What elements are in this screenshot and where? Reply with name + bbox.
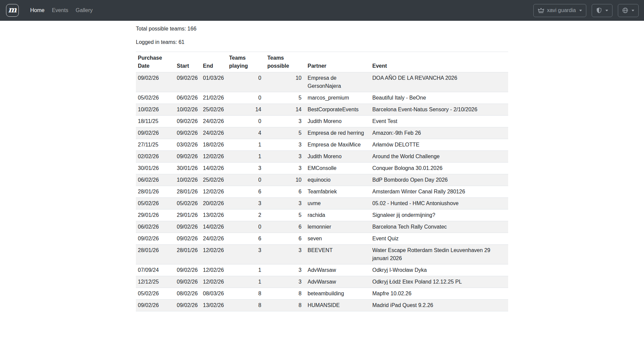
teams-possible-cell: 8	[265, 300, 306, 311]
events-table: Purchase DateStartEndTeams playingTeams …	[136, 52, 508, 311]
language-menu-button[interactable]	[618, 4, 639, 17]
brand-logo[interactable]: m	[6, 4, 19, 17]
purchase-date-cell: 06/02/26	[136, 174, 175, 186]
start-date-cell: 06/02/26	[175, 92, 201, 104]
start-date-cell: 03/02/26	[175, 139, 201, 151]
purchase-date-cell: 12/12/25	[136, 276, 175, 288]
teams-playing-cell: 14	[227, 104, 265, 116]
teams-possible-cell: 14	[265, 104, 306, 116]
teams-possible-cell: 3	[265, 151, 306, 163]
table-row: 12/12/2509/02/2612/02/2613AdvWarsawOdkry…	[136, 276, 508, 288]
teams-playing-cell: 6	[227, 233, 265, 245]
table-row: 18/11/2509/02/2624/02/2603Judith MorenoE…	[136, 116, 508, 127]
teams-possible-cell: 10	[265, 174, 306, 186]
teams-playing-cell: 4	[227, 127, 265, 139]
table-row: 06/02/2609/02/2614/02/2606lemonnierBarce…	[136, 221, 508, 233]
purchase-date-cell: 28/01/26	[136, 245, 175, 264]
end-date-cell: 12/02/26	[201, 186, 227, 198]
partner-cell: lemonnier	[306, 221, 370, 233]
table-row: 05/02/2606/02/2621/02/2605marcos_premium…	[136, 92, 508, 104]
teams-possible-cell: 8	[265, 288, 306, 300]
event-cell: Barcelona Event-Natus Sensory - 2/10/202…	[370, 104, 508, 116]
column-header: Purchase Date	[136, 52, 175, 72]
start-date-cell: 10/02/26	[175, 104, 201, 116]
purchase-date-cell: 09/02/26	[136, 300, 175, 311]
total-possible-teams-text: Total possible teams: 166	[136, 25, 508, 33]
globe-icon	[622, 7, 628, 13]
brand-logo-letter: m	[8, 6, 16, 14]
table-row: 02/02/2609/02/2612/02/2613Judith MorenoA…	[136, 151, 508, 163]
admin-menu-button[interactable]	[592, 4, 612, 17]
start-date-cell: 10/02/26	[175, 174, 201, 186]
teams-playing-cell: 3	[227, 163, 265, 174]
start-date-cell: 09/02/26	[175, 300, 201, 311]
table-row: 05/02/2605/02/2620/02/2633uvme05.02 - Hu…	[136, 198, 508, 209]
logged-in-teams-text: Logged in teams: 61	[136, 38, 508, 46]
partner-cell: rachida	[306, 209, 370, 221]
caret-down-icon	[632, 10, 634, 11]
purchase-date-cell: 18/11/25	[136, 116, 175, 127]
event-cell: Water Escape Rotterdam Stedin Leuvenhave…	[370, 245, 508, 264]
start-date-cell: 09/02/26	[175, 151, 201, 163]
user-menu-label: xavi guardia	[547, 8, 576, 13]
start-date-cell: 09/02/26	[175, 116, 201, 127]
event-cell: Event Test	[370, 116, 508, 127]
purchase-date-cell: 09/02/26	[136, 72, 175, 92]
purchase-date-cell: 09/02/26	[136, 127, 175, 139]
partner-cell: beteambuilding	[306, 288, 370, 300]
user-menu-button[interactable]: xavi guardia	[533, 4, 586, 17]
table-header-row: Purchase DateStartEndTeams playingTeams …	[136, 52, 508, 72]
table-row: 27/11/2503/02/2618/02/2613Empresa de Max…	[136, 139, 508, 151]
start-date-cell: 28/01/26	[175, 186, 201, 198]
event-cell: Event Quiz	[370, 233, 508, 245]
teams-possible-cell: 6	[265, 221, 306, 233]
start-date-cell: 09/02/26	[175, 72, 201, 92]
event-cell: Beautiful Italy - BeOne	[370, 92, 508, 104]
teams-playing-cell: 0	[227, 174, 265, 186]
event-cell: Amazon:-9th Feb 26	[370, 127, 508, 139]
event-cell: Odkryj Łódź Etex Poland 12.12.25 PL	[370, 276, 508, 288]
end-date-cell: 25/02/26	[201, 104, 227, 116]
table-row: 09/02/2609/02/2613/02/2688HUMANSIDEMadri…	[136, 300, 508, 311]
end-date-cell: 24/02/26	[201, 127, 227, 139]
teams-playing-cell: 3	[227, 245, 265, 264]
nav-link-home[interactable]: Home	[28, 4, 47, 16]
column-header: End	[201, 52, 227, 72]
partner-cell: equinocio	[306, 174, 370, 186]
teams-playing-cell: 1	[227, 264, 265, 276]
teams-playing-cell: 1	[227, 151, 265, 163]
teams-possible-cell: 10	[265, 72, 306, 92]
column-header: Teams possible	[265, 52, 306, 72]
nav-link-gallery[interactable]: Gallery	[73, 4, 96, 16]
purchase-date-cell: 05/02/26	[136, 198, 175, 209]
teams-playing-cell: 0	[227, 116, 265, 127]
teams-playing-cell: 3	[227, 198, 265, 209]
table-row: 06/02/2610/02/2625/02/26010equinocioBdP …	[136, 174, 508, 186]
end-date-cell: 24/02/26	[201, 233, 227, 245]
end-date-cell: 12/02/26	[201, 276, 227, 288]
end-date-cell: 20/02/26	[201, 198, 227, 209]
table-row: 10/02/2610/02/2625/02/261414BestCorporat…	[136, 104, 508, 116]
purchase-date-cell: 07/09/24	[136, 264, 175, 276]
end-date-cell: 01/03/26	[201, 72, 227, 92]
event-cell: DOA AÑO DE LA REVANCHA 2026	[370, 72, 508, 92]
table-row: 28/01/2628/01/2612/02/2666TeamfabriekAms…	[136, 186, 508, 198]
start-date-cell: 29/01/26	[175, 209, 201, 221]
nav-link-events[interactable]: Events	[49, 4, 71, 16]
purchase-date-cell: 28/01/26	[136, 186, 175, 198]
end-date-cell: 13/02/26	[201, 300, 227, 311]
partner-cell: HUMANSIDE	[306, 300, 370, 311]
teams-possible-cell: 3	[265, 139, 306, 151]
purchase-date-cell: 02/02/26	[136, 151, 175, 163]
end-date-cell: 18/02/26	[201, 139, 227, 151]
partner-cell: seven	[306, 233, 370, 245]
nav-links: HomeEventsGallery	[28, 4, 95, 16]
start-date-cell: 09/02/26	[175, 127, 201, 139]
end-date-cell: 12/02/26	[201, 151, 227, 163]
table-row: 05/02/2608/02/2608/03/2688beteambuilding…	[136, 288, 508, 300]
event-cell: Mapfre 10.02.26	[370, 288, 508, 300]
table-row: 09/02/2609/02/2601/03/26010Empresa de Ge…	[136, 72, 508, 92]
teams-possible-cell: 3	[265, 264, 306, 276]
end-date-cell: 24/02/26	[201, 116, 227, 127]
end-date-cell: 08/03/26	[201, 288, 227, 300]
